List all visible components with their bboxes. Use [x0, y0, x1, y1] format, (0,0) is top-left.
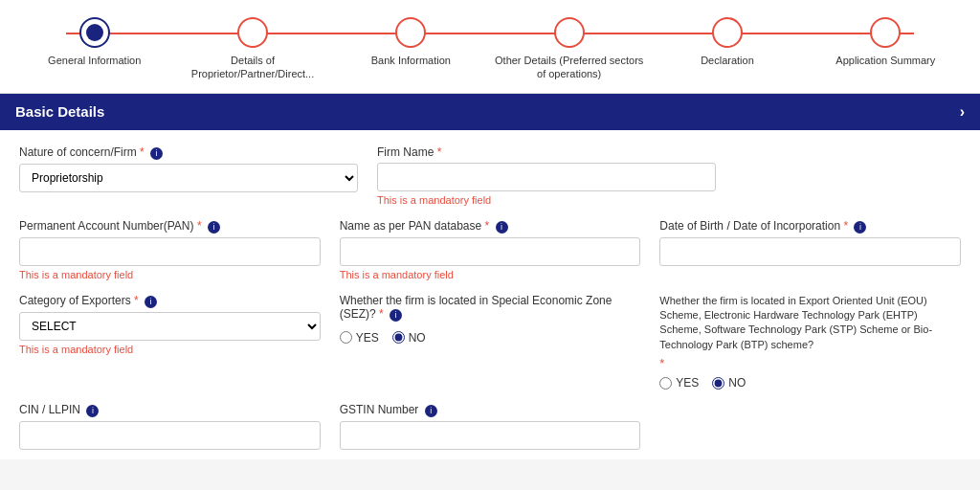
sez-info-icon[interactable]: i	[390, 309, 402, 322]
step-4[interactable]: Other Details (Preferred sectors of oper…	[494, 17, 644, 81]
gstin-label: GSTIN Number i	[340, 403, 641, 417]
pan-info-icon[interactable]: i	[208, 221, 220, 234]
cin-input[interactable]	[19, 421, 321, 450]
nature-select[interactable]: Proprietorship Partnership LLP Private L…	[19, 164, 358, 192]
step-label-1: General Information	[48, 54, 141, 67]
pan-group: Permanent Account Number(PAN) * i This i…	[19, 219, 321, 280]
category-label: Category of Exporters * i	[19, 294, 321, 308]
step-5[interactable]: Declaration	[652, 17, 802, 67]
step-3[interactable]: Bank Information	[336, 17, 486, 67]
stepper: General Information Details of Proprieto…	[19, 17, 961, 81]
pan-db-input[interactable]	[340, 237, 641, 266]
step-label-2: Details of Proprietor/Partner/Direct...	[177, 54, 327, 81]
eou-group: Whether the firm is located in Export Or…	[659, 294, 961, 390]
step-circle-4	[554, 17, 585, 48]
firm-name-input[interactable]	[377, 163, 716, 191]
firm-required: *	[437, 145, 442, 159]
pan-db-info-icon[interactable]: i	[496, 221, 508, 234]
section-header: Basic Details ›	[0, 94, 980, 130]
cin-group: CIN / LLPIN i	[19, 403, 321, 450]
category-required: *	[134, 294, 139, 307]
collapse-arrow-icon[interactable]: ›	[960, 103, 965, 121]
eou-no-radio[interactable]	[712, 377, 724, 390]
eou-yes-radio[interactable]	[659, 377, 672, 390]
pan-label: Permanent Account Number(PAN) * i	[19, 219, 321, 234]
dob-required: *	[843, 219, 848, 233]
form-row-2: Permanent Account Number(PAN) * i This i…	[19, 219, 961, 280]
dob-group: Date of Birth / Date of Incorporation * …	[659, 219, 961, 280]
dob-input[interactable]	[659, 237, 961, 266]
step-label-3: Bank Information	[371, 54, 451, 67]
step-2[interactable]: Details of Proprietor/Partner/Direct...	[177, 17, 327, 81]
spacer-1	[735, 145, 961, 206]
step-label-6: Application Summary	[835, 54, 935, 67]
category-group: Category of Exporters * i SELECT Manufac…	[19, 294, 321, 390]
sez-required: *	[379, 307, 384, 321]
form-area: Nature of concern/Firm * i Proprietorshi…	[0, 130, 980, 459]
sez-no-radio[interactable]	[392, 331, 405, 344]
spacer-2	[659, 403, 961, 450]
gstin-input[interactable]	[340, 421, 641, 450]
firm-name-label: Firm Name *	[377, 145, 716, 159]
pan-db-label: Name as per PAN database * i	[340, 219, 641, 234]
step-6[interactable]: Application Summary	[811, 17, 961, 67]
pan-input[interactable]	[19, 237, 321, 266]
sez-yes-label[interactable]: YES	[340, 331, 379, 345]
sez-group: Whether the firm is located in Special E…	[340, 294, 641, 390]
step-1[interactable]: General Information	[19, 17, 169, 67]
nature-required: *	[140, 145, 145, 159]
category-select[interactable]: SELECT Manufacturer Exporter Merchant Ex…	[19, 312, 321, 341]
firm-name-error: This is a mandatory field	[377, 194, 716, 206]
form-row-1: Nature of concern/Firm * i Proprietorshi…	[19, 145, 961, 206]
pan-db-group: Name as per PAN database * i This is a m…	[340, 219, 641, 280]
eou-yes-label[interactable]: YES	[659, 376, 699, 390]
pan-error: This is a mandatory field	[19, 269, 321, 280]
gstin-group: GSTIN Number i	[340, 403, 641, 450]
dob-info-icon[interactable]: i	[854, 221, 866, 234]
eou-no-label[interactable]: NO	[712, 376, 746, 390]
sez-no-label[interactable]: NO	[392, 331, 426, 345]
step-circle-6	[870, 17, 901, 48]
form-row-3: Category of Exporters * i SELECT Manufac…	[19, 294, 961, 390]
form-row-4: CIN / LLPIN i GSTIN Number i	[19, 403, 961, 450]
step-circle-1	[79, 17, 110, 48]
sez-label: Whether the firm is located in Special E…	[340, 294, 641, 322]
eou-label: Whether the firm is located in Export Or…	[659, 294, 961, 353]
step-circle-5	[712, 17, 743, 48]
cin-label: CIN / LLPIN i	[19, 403, 321, 417]
firm-name-group: Firm Name * This is a mandatory field	[377, 145, 716, 206]
step-circle-2	[237, 17, 268, 48]
pan-db-required: *	[485, 219, 490, 233]
section-title: Basic Details	[15, 103, 104, 120]
step-label-5: Declaration	[701, 54, 754, 67]
eou-required: *	[659, 356, 961, 370]
dob-label: Date of Birth / Date of Incorporation * …	[659, 219, 961, 234]
cin-info-icon[interactable]: i	[86, 405, 99, 417]
sez-radio-group: YES NO	[340, 331, 641, 345]
category-info-icon[interactable]: i	[145, 296, 157, 308]
step-circle-3	[395, 17, 426, 48]
nature-label: Nature of concern/Firm * i	[19, 145, 358, 160]
step-label-4: Other Details (Preferred sectors of oper…	[494, 54, 644, 81]
pan-db-error: This is a mandatory field	[340, 269, 641, 280]
stepper-container: General Information Details of Proprieto…	[0, 0, 980, 94]
eou-radio-group: YES NO	[659, 376, 961, 390]
nature-info-icon[interactable]: i	[150, 147, 163, 160]
nature-group: Nature of concern/Firm * i Proprietorshi…	[19, 145, 358, 206]
gstin-info-icon[interactable]: i	[425, 405, 437, 417]
pan-required: *	[197, 219, 202, 233]
category-error: This is a mandatory field	[19, 344, 321, 355]
sez-yes-radio[interactable]	[340, 331, 352, 344]
